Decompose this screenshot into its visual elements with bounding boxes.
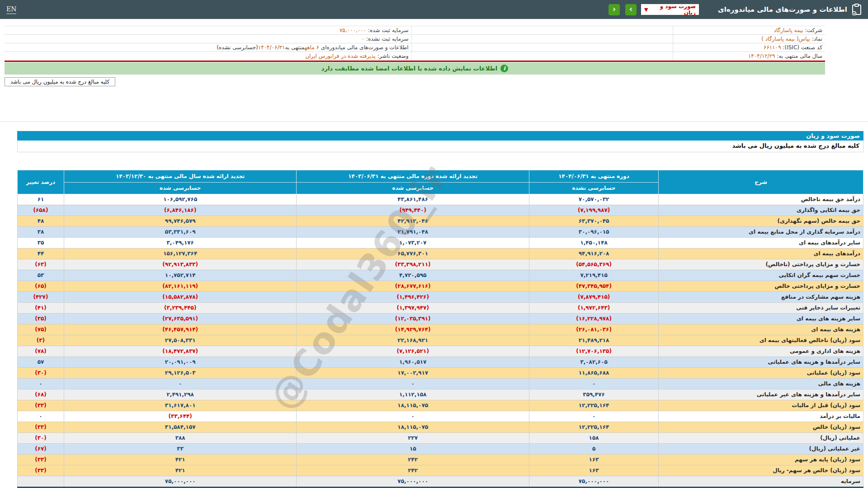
banner-text: اطلاعات نمایش داده شده با اطلاعات امضا ش… xyxy=(321,65,498,72)
period-description: اطلاعات و صورت‌های مالی میاندوره‌ای ۶ ما… xyxy=(5,43,411,52)
row-label: درآمد حق بیمه ناخالص xyxy=(659,194,863,205)
table-row: سود (زیان) ناخالص فعالیتهای بیمه ای۲۱,۴۸… xyxy=(18,335,863,346)
next-statement-button[interactable]: › xyxy=(625,4,637,15)
value-current-period: ۶۳,۳۷۰,۰۴۵ xyxy=(529,216,658,226)
value-change-percent: (۶۵۸) xyxy=(18,205,64,216)
col-subheader-unaudited: حسابرسی نشده xyxy=(529,182,658,194)
value-prior-period: ۱۸,۱۱۵,۰۷۵ xyxy=(297,400,529,411)
value-prior-year: ۱۰۶,۵۹۲,۷۶۵ xyxy=(64,194,297,205)
statement-type-dropdown[interactable]: صورت سود و زیان ▼ xyxy=(641,4,699,15)
value-current-period: (۴۷,۳۴۵,۹۵۴) xyxy=(529,281,658,291)
value-prior-year: ۲,۴۹۱,۲۹۸ xyxy=(64,389,297,400)
value-current-period: ۲۱,۴۸۹,۲۱۸ xyxy=(529,335,658,346)
value-change-percent: ۵۳ xyxy=(18,270,64,281)
row-label: هزینه های اداری و عمومی xyxy=(659,346,863,357)
table-row: سود (زیان) خالص هر سهم- ریال۱۶۳۲۴۲۴۲۱(۳۳… xyxy=(18,465,863,476)
red-divider xyxy=(5,61,825,62)
units-note-row: کلیه مبالغ درج شده به میلیون ریال می باش… xyxy=(17,141,863,152)
table-row: خسارت و مزایای پرداختی خالص(۴۷,۳۴۵,۹۵۴)(… xyxy=(18,281,863,291)
value-change-percent: (۳۳) xyxy=(18,422,64,432)
value-prior-year: (۳,۲۳۹,۴۴۵) xyxy=(64,302,297,313)
value-prior-year: (۱۸,۴۷۲,۸۳۷) xyxy=(64,346,297,357)
value-change-percent: ۰ xyxy=(18,378,64,389)
table-row: تغییرات سایر ذخایر فنی(۱,۹۷۲,۶۴۳)(۱,۳۹۷,… xyxy=(18,302,863,313)
value-prior-period: (۲۸,۶۷۷,۶۱۶) xyxy=(297,281,529,291)
value-change-percent: ۳۸ xyxy=(18,226,64,237)
value-change-percent: ۴۴ xyxy=(18,248,64,259)
row-label: سود (زیان) پایه هر سهم xyxy=(659,454,863,465)
value-prior-year: ۴۲۱ xyxy=(64,465,297,476)
value-prior-period: (۷,۱۲۶,۵۲۱) xyxy=(297,346,529,357)
language-toggle[interactable]: EN xyxy=(6,5,16,14)
value-change-percent: (۴۲۷) xyxy=(18,291,64,302)
value-change-percent: (۷۸) xyxy=(18,346,64,357)
value-prior-year: ۲۷,۵۰۸,۳۳۱ xyxy=(64,335,297,346)
row-label: سود (زیان) خالص هر سهم- ریال xyxy=(659,465,863,476)
value-prior-year: (۹۲,۹۱۳,۸۳۳) xyxy=(64,259,297,270)
col-subheader-audited-2: حسابرسی شده xyxy=(64,182,297,194)
value-change-percent xyxy=(18,476,64,487)
value-change-percent: (۶۸) xyxy=(18,389,64,400)
value-change-percent: ۵۷ xyxy=(18,357,64,367)
value-prior-period: (۹۴۹,۴۴۰) xyxy=(297,205,529,216)
value-prior-year: ۹۹,۷۴۶,۵۷۹ xyxy=(64,216,297,226)
value-current-period: (۱۶,۲۲۸,۹۷۸) xyxy=(529,313,658,324)
value-prior-period: ۷۵,۰۰۰,۰۰۰ xyxy=(297,476,529,487)
prev-statement-button[interactable]: ‹ xyxy=(609,4,620,15)
value-prior-period: ۱۸,۱۱۵,۰۷۵ xyxy=(297,422,529,432)
value-prior-year: ۲۹,۱۲۶,۵۰۳ xyxy=(64,367,297,378)
row-label: تغییرات سایر ذخایر فنی xyxy=(659,302,863,313)
value-prior-period: ۴۳,۸۶۱,۴۸۶ xyxy=(297,194,529,205)
value-prior-year: (۲۷,۶۳۵,۵۹۱) xyxy=(64,313,297,324)
ticker-symbol: نماد: بپاس( بیمه پاسارگاد ) xyxy=(673,35,825,43)
value-current-period: ۱۶۳ xyxy=(529,454,658,465)
row-label: خسارت و مزایای پرداختی (ناخالص) xyxy=(659,259,863,270)
table-row: مالیات بر درآمد۰۰(۳۳,۶۴۴)۰ xyxy=(18,411,863,422)
value-change-percent: (۶۷) xyxy=(18,443,64,454)
value-prior-period: (۱۲,۰۳۵,۳۹۱) xyxy=(297,313,529,324)
value-change-percent: ۰ xyxy=(18,411,64,422)
value-prior-year: ۳۸۸ xyxy=(64,432,297,443)
value-prior-year: ۵۳,۳۳۱,۶۰۹ xyxy=(64,226,297,237)
row-label: هزینه های مالی xyxy=(659,378,863,389)
value-current-period: ۷۰,۵۷۰,۰۳۲ xyxy=(529,194,658,205)
value-current-period: ۱۶۳ xyxy=(529,465,658,476)
row-label: غیر عملیاتی (ریال) xyxy=(659,443,863,454)
row-label: سایر هزینه های بیمه ای xyxy=(659,313,863,324)
col-subheader-audited-1: حسابرسی شده xyxy=(297,182,529,194)
value-current-period: ۹۴,۹۱۶,۲۰۸ xyxy=(529,248,658,259)
col-header-change-percent: درصد تغییر xyxy=(18,170,64,194)
table-row: هزینه های بیمه ای(۲۶,۰۸۱,۰۳۶)(۱۴,۹۲۹,۷۶۴… xyxy=(18,324,863,335)
value-current-period: ۳۰,۰۹۶,۰۱۵ xyxy=(529,226,658,237)
value-current-period: ۰ xyxy=(529,411,658,422)
chevron-left-icon: ‹ xyxy=(613,5,616,14)
value-current-period: (۱,۹۷۲,۶۴۳) xyxy=(529,302,658,313)
isic-code: کد صنعت (ISIC): ۶۶۱۱۰۹ xyxy=(673,43,825,52)
value-current-period: (۲۶,۰۸۱,۰۳۶) xyxy=(529,324,658,335)
value-prior-year: ۱۰,۷۵۲,۷۱۴ xyxy=(64,270,297,281)
value-prior-year: ۷۵,۰۰۰,۰۰۰ xyxy=(64,476,297,487)
value-prior-year: (۴۶,۴۵۷,۹۱۴) xyxy=(64,324,297,335)
table-row: درآمدهای بیمه ای۹۴,۹۱۶,۲۰۸۶۵,۷۷۶,۳۰۱۱۵۶,… xyxy=(18,248,863,259)
value-change-percent: (۳۳) xyxy=(18,454,64,465)
value-current-period: (۱۲,۷۰۶,۱۳۵) xyxy=(529,346,658,357)
row-label: حق بیمه خالص (سهم نگهداری) xyxy=(659,216,863,226)
value-prior-year: ۳۱,۵۸۴,۱۵۷ xyxy=(64,422,297,432)
income-statement-table: شرح دوره منتهی به ۱۴۰۴/۰۶/۳۱ تجدید ارائه… xyxy=(17,170,863,488)
value-current-period: ۱۲,۲۲۵,۱۶۴ xyxy=(529,400,658,411)
table-row: هزینه سهم مشارکت در منافع(۷,۸۷۹,۴۱۵)(۱,۴… xyxy=(18,291,863,302)
row-label: خسارت و مزایای پرداختی خالص xyxy=(659,281,863,291)
table-row: حق بیمه اتکایی واگذاری(۷,۱۹۹,۹۸۷)(۹۴۹,۴۴… xyxy=(18,205,863,216)
value-change-percent: ۳۵ xyxy=(18,237,64,248)
signature-match-banner: i اطلاعات نمایش داده شده با اطلاعات امضا… xyxy=(5,62,825,75)
value-current-period: (۷,۸۷۹,۴۱۵) xyxy=(529,291,658,302)
chevron-right-icon: › xyxy=(629,5,632,14)
value-prior-year: (۳۳,۶۴۴) xyxy=(64,411,297,422)
value-current-period: ۷۵,۰۰۰,۰۰۰ xyxy=(529,476,658,487)
value-current-period: (۷,۱۹۹,۹۸۷) xyxy=(529,205,658,216)
statement-title-bar: صورت سود و زیان xyxy=(17,131,863,141)
row-label: هزینه های بیمه ای xyxy=(659,324,863,335)
info-row: شرکت: بیمه پاسارگاد سرمایه ثبت شده: ۷۵,۰… xyxy=(5,26,825,35)
table-row: درآمد سرمایه گذاری از محل منابع بیمه ای۳… xyxy=(18,226,863,237)
value-current-period: ۵ xyxy=(529,443,658,454)
